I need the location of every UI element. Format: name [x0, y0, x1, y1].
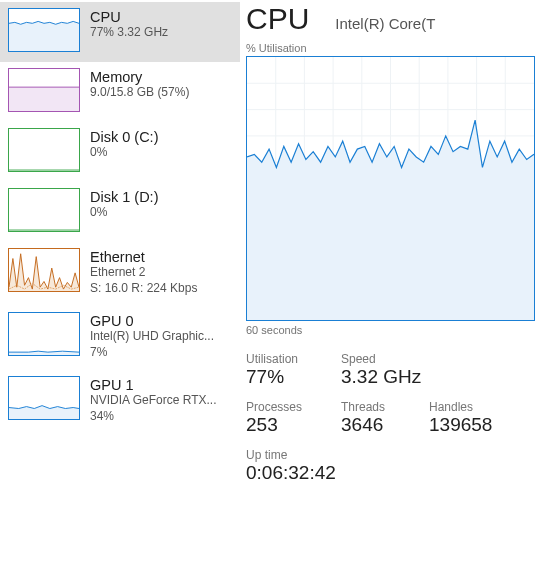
memory-thumbnail: [8, 68, 80, 112]
gpu-thumbnail: [8, 376, 80, 420]
sidebar-item-sub: 77% 3.32 GHz: [90, 25, 168, 41]
stat-threads: Threads 3646: [341, 400, 429, 436]
sidebar-item-cpu[interactable]: CPU 77% 3.32 GHz: [0, 2, 240, 62]
sidebar-item-title: Disk 1 (D:): [90, 189, 158, 205]
sidebar-item-title: GPU 1: [90, 377, 216, 393]
sidebar-item-disk-1[interactable]: Disk 1 (D:) 0%: [0, 182, 240, 242]
stat-utilisation: Utilisation 77%: [246, 352, 341, 388]
sidebar-item-sub: Intel(R) UHD Graphic...: [90, 329, 214, 345]
svg-marker-0: [9, 21, 79, 51]
sidebar-item-sub: 0%: [90, 205, 158, 221]
chart-bottom-label: 60 seconds: [246, 324, 535, 336]
disk-thumbnail: [8, 128, 80, 172]
sidebar-item-sub: 0%: [90, 145, 158, 161]
chart-top-label: % Utilisation: [246, 42, 535, 54]
svg-marker-5: [9, 254, 79, 291]
sidebar-item-title: Memory: [90, 69, 189, 85]
sidebar-item-gpu-1[interactable]: GPU 1 NVIDIA GeForce RTX... 34%: [0, 370, 240, 434]
stat-handles: Handles 139658: [429, 400, 492, 436]
gpu-thumbnail: [8, 312, 80, 356]
stats-panel: Utilisation 77% Speed 3.32 GHz Processes…: [246, 352, 535, 484]
page-title: CPU: [246, 2, 309, 36]
sidebar-item-sub2: 34%: [90, 409, 216, 425]
cpu-utilisation-chart[interactable]: [246, 56, 535, 321]
page-subtitle: Intel(R) Core(T: [335, 15, 435, 32]
sidebar-item-sub: Ethernet 2: [90, 265, 197, 281]
sidebar-item-sub: NVIDIA GeForce RTX...: [90, 393, 216, 409]
sidebar-item-title: Disk 0 (C:): [90, 129, 158, 145]
performance-sidebar: CPU 77% 3.32 GHz Memory 9.0/15.8 GB (57%…: [0, 0, 240, 561]
stat-speed: Speed 3.32 GHz: [341, 352, 421, 388]
disk-thumbnail: [8, 188, 80, 232]
sidebar-item-disk-0[interactable]: Disk 0 (C:) 0%: [0, 122, 240, 182]
svg-rect-1: [9, 87, 79, 111]
stat-uptime: Up time 0:06:32:42: [246, 448, 535, 484]
sidebar-item-title: CPU: [90, 9, 168, 25]
sidebar-item-sub2: 7%: [90, 345, 214, 361]
sidebar-item-gpu-0[interactable]: GPU 0 Intel(R) UHD Graphic... 7%: [0, 306, 240, 370]
sidebar-item-title: Ethernet: [90, 249, 197, 265]
sidebar-item-sub: 9.0/15.8 GB (57%): [90, 85, 189, 101]
stat-processes: Processes 253: [246, 400, 341, 436]
sidebar-item-title: GPU 0: [90, 313, 214, 329]
sidebar-item-memory[interactable]: Memory 9.0/15.8 GB (57%): [0, 62, 240, 122]
sidebar-item-sub2: S: 16.0 R: 224 Kbps: [90, 281, 197, 297]
main-panel: CPU Intel(R) Core(T % Utilisation: [240, 0, 535, 561]
ethernet-thumbnail: [8, 248, 80, 292]
cpu-thumbnail: [8, 8, 80, 52]
sidebar-item-ethernet[interactable]: Ethernet Ethernet 2 S: 16.0 R: 224 Kbps: [0, 242, 240, 306]
